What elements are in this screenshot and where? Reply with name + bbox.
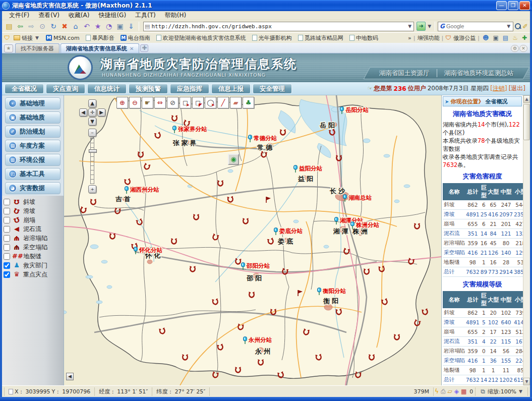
sidebar-group-5[interactable]: ◰基本工具 (5, 168, 61, 180)
sidebar-group-3[interactable]: ▤年度方案 (5, 140, 61, 152)
charity-button[interactable]: 傲游公益 (453, 34, 476, 42)
nav-tab-6[interactable]: 安全管理 (253, 84, 292, 94)
pan-down-button[interactable]: ▼ (88, 118, 96, 126)
printer-icon[interactable]: ⎙ (441, 388, 446, 395)
menu-item-5[interactable]: 帮助(H) (161, 11, 190, 20)
banner-link-monitor-station[interactable]: 湖南省地质环境监测总站 (437, 69, 521, 78)
down-circle-icon[interactable]: ⊙ (37, 21, 47, 31)
map-area[interactable]: 岳阳张家界常德吉首益阳长沙湘潭株洲娄底怀化邵阳衡阳永州 岳阳分站张家界分站常德分… (64, 95, 441, 385)
station-label[interactable]: 邵阳分站 (246, 262, 270, 269)
tab-settings-wrench-icon[interactable]: ⚙ (511, 45, 519, 52)
station-label[interactable]: 娄底分站 (279, 227, 303, 235)
menu-item-1[interactable]: 查看(V) (34, 11, 64, 20)
links-bar-item-4[interactable]: 欢迎登陆湖南省地质灾害信息系统 (155, 34, 248, 42)
links-bar-item-3[interactable]: M电台指南 (119, 34, 152, 42)
clear-selection-icon[interactable]: ⊘ (167, 97, 179, 108)
plugin-manager-icon[interactable]: ✚ (522, 34, 527, 41)
plugins-button[interactable]: 增强功能 (418, 34, 440, 42)
layer-checkbox-slope[interactable] (4, 199, 10, 205)
station-label[interactable]: 永州分站 (248, 336, 272, 343)
station-label[interactable]: 岳阳分站 (345, 106, 369, 113)
exit-link[interactable]: [退出] (509, 84, 525, 93)
diamond-icon[interactable]: ◈ (454, 388, 459, 395)
lightning-icon[interactable]: ϟ (435, 388, 439, 395)
refresh-icon[interactable]: ↻ (48, 21, 58, 31)
layer-checkbox-collapse[interactable] (4, 217, 10, 223)
sidebar-group-6[interactable]: ◕灾害数据 (5, 182, 61, 194)
links-bar-item-0[interactable]: 链接▼ (12, 34, 41, 42)
menu-item-4[interactable]: 工具(T) (131, 11, 160, 20)
layer-checkbox-karst-collapse[interactable] (4, 235, 10, 242)
forward-icon[interactable]: ⇨ (26, 21, 36, 31)
zoom-out-slider-button[interactable]: － (88, 129, 96, 137)
layer-checkbox-key-site[interactable] (4, 271, 10, 278)
station-label[interactable]: 湘西州分站 (130, 186, 159, 193)
zoom-slider[interactable] (90, 138, 94, 184)
wand-icon[interactable]: ★ (93, 21, 103, 31)
tab-close-x-icon[interactable]: ✕ (130, 46, 134, 51)
tab-close-icon[interactable]: ✕ (519, 45, 527, 52)
pan-right-button[interactable]: ▶ (97, 108, 105, 117)
station-label[interactable]: 株洲分站 (356, 221, 380, 228)
zoom-in-icon[interactable]: ⊕ (116, 97, 128, 108)
history-icon[interactable]: ◔ (104, 21, 114, 31)
back-icon[interactable]: ⇦ (15, 21, 25, 31)
calendar-icon[interactable]: ▦ (461, 388, 466, 395)
measure-distance-icon[interactable]: ⇔ (154, 97, 166, 108)
search-input[interactable] (446, 23, 506, 29)
scroll-up-icon[interactable]: ▲ (523, 95, 530, 103)
zoom-out-icon[interactable]: ⊖ (129, 97, 141, 108)
shield-icon[interactable]: 🛡 (4, 34, 10, 41)
layer-checkbox-debris-flow[interactable] (4, 226, 10, 233)
minimize-button[interactable]: — (496, 1, 507, 10)
zoom-dropdown-icon[interactable]: ▼ (518, 389, 523, 394)
select-circle-icon[interactable]: ◯➤ (205, 97, 216, 108)
sidebar-group-2[interactable]: ✐防治规划 (5, 126, 61, 138)
links-bar-item-7[interactable]: 中地数码 (348, 34, 380, 42)
user-icon[interactable]: ☻ (483, 34, 489, 41)
locate-button[interactable]: ◉ (228, 154, 239, 165)
station-label[interactable]: 怀化分站 (139, 247, 163, 254)
url-input[interactable] (151, 23, 407, 30)
station-label[interactable]: 湖南总站 (348, 194, 372, 201)
nav-tab-4[interactable]: 应急指挥 (170, 84, 209, 94)
new-page-icon[interactable]: ▤ (4, 21, 14, 31)
scroll-down-icon[interactable]: ▼ (523, 378, 530, 385)
links-bar-item-1[interactable]: MMSN.com (44, 35, 81, 41)
links-bar-item-6[interactable]: 觅路城市精品网 (297, 34, 345, 42)
search-icon[interactable] (514, 23, 521, 30)
pan-icon[interactable]: ☛ (142, 97, 153, 108)
collapse-panel-button[interactable]: ◀ (66, 373, 74, 380)
go-dropdown-icon[interactable]: ▼ (427, 24, 432, 29)
address-bar[interactable]: ▤ ▼ (143, 22, 414, 31)
nav-tab-5[interactable]: 信息上报 (211, 84, 251, 94)
download-icon[interactable]: ⇓ (126, 21, 136, 31)
scroll-thumb[interactable] (523, 104, 530, 140)
search-dropdown-icon[interactable]: ▼ (506, 24, 511, 29)
station-label[interactable]: 张家界分站 (178, 126, 207, 133)
close-button[interactable]: ✕ (519, 1, 530, 10)
menu-item-0[interactable]: 文件(F) (5, 11, 33, 20)
unselect-rect-icon[interactable]: ◻◤ (192, 97, 204, 108)
basket-icon[interactable]: ♨ (512, 34, 518, 41)
layer-checkbox-landslide[interactable] (4, 208, 10, 214)
select-rect-icon[interactable]: ◻➤ (180, 97, 191, 108)
sidebar-group-1[interactable]: ▣基础地质 (5, 111, 61, 124)
sidebar-group-4[interactable]: ▥环境公报 (5, 154, 61, 166)
page-tab-1[interactable]: 湖南省地质灾害信息系统✕ (61, 43, 139, 53)
links-bar-item-2[interactable]: 暴风影音 (84, 34, 116, 42)
menu-item-3[interactable]: 快捷组(G) (94, 11, 130, 20)
url-dropdown-icon[interactable]: ▼ (407, 24, 412, 29)
nav-tab-1[interactable]: 灾点查询 (46, 84, 85, 94)
scroll-track[interactable] (523, 103, 530, 378)
sidebar-group-0[interactable]: »基础地理 (5, 97, 61, 109)
banner-link-land-resources[interactable]: 湖南省国土资源厅 (372, 69, 437, 78)
links-overflow-chevron[interactable]: » (408, 35, 411, 41)
station-label[interactable]: 常德分站 (254, 135, 277, 142)
capture-icon[interactable]: ▣ (115, 21, 125, 31)
highlight-icon[interactable]: ✐ (522, 23, 528, 30)
station-label[interactable]: 益阳分站 (299, 165, 323, 172)
zoom-slider-handle[interactable] (89, 149, 97, 153)
zoom-in-slider-button[interactable]: ＋ (88, 185, 96, 193)
layer-checkbox-ground-fissure[interactable] (4, 253, 10, 260)
